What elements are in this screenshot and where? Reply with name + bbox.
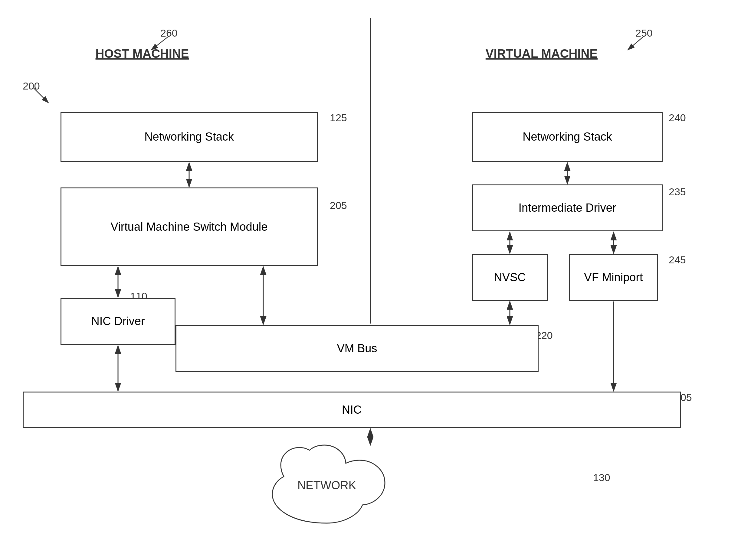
ref-125: 125: [330, 112, 347, 124]
network-cloud: NETWORK: [260, 445, 393, 529]
host-networking-stack-box: Networking Stack: [61, 112, 318, 162]
nvsc-box: NVSC: [472, 254, 548, 301]
ref-200: 200: [23, 80, 40, 92]
host-machine-label: HOST MACHINE: [67, 47, 218, 61]
vm-bus-box: VM Bus: [176, 325, 539, 372]
nic-driver-box: NIC Driver: [61, 298, 176, 345]
diagram: HOST MACHINE VIRTUAL MACHINE 200 260 250…: [0, 0, 741, 560]
virtual-machine-label: VIRTUAL MACHINE: [466, 47, 617, 61]
vf-miniport-box: VF Miniport: [569, 254, 658, 301]
vm-networking-stack-box: Networking Stack: [472, 112, 663, 162]
network-label: NETWORK: [297, 479, 356, 492]
host-networking-stack-label: Networking Stack: [144, 130, 234, 143]
ref-205: 205: [330, 199, 347, 211]
ref-245: 245: [669, 254, 686, 266]
nic-box: NIC: [23, 392, 681, 428]
intermediate-driver-box: Intermediate Driver: [472, 184, 663, 231]
vm-bus-label: VM Bus: [337, 342, 377, 355]
vm-networking-stack-label: Networking Stack: [523, 130, 612, 143]
ref-240: 240: [669, 112, 686, 124]
vf-miniport-label: VF Miniport: [583, 269, 644, 286]
intermediate-driver-label: Intermediate Driver: [518, 202, 616, 214]
vmsm-label: Virtual Machine Switch Module: [108, 218, 271, 236]
ref-250: 250: [635, 27, 653, 39]
ref-260: 260: [160, 27, 178, 39]
nic-label: NIC: [342, 403, 361, 416]
nic-driver-label: NIC Driver: [91, 315, 145, 328]
nvsc-label: NVSC: [494, 271, 526, 284]
ref-235: 235: [669, 186, 686, 198]
vmsm-box: Virtual Machine Switch Module: [61, 187, 318, 266]
ref-130: 130: [593, 472, 610, 483]
